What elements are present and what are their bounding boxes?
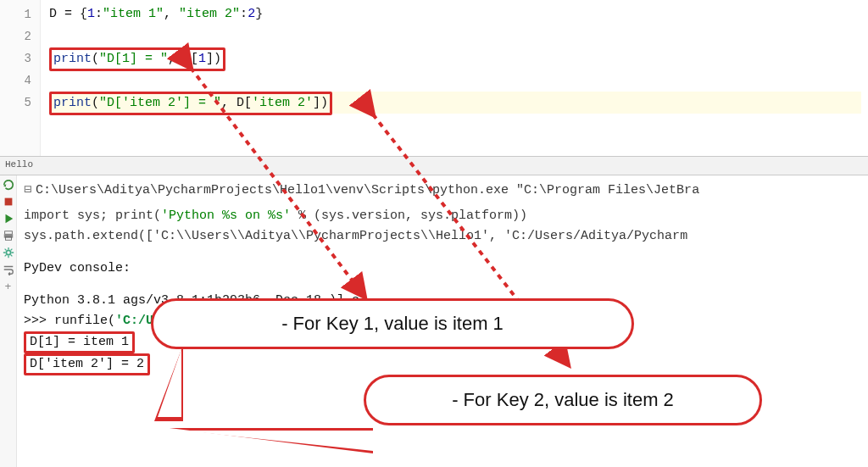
highlight-box: print("D[1] = ", D[1]) [49,47,225,71]
highlight-box: print("D['item 2'] = ", D['item 2']) [49,92,332,115]
play-icon[interactable] [3,213,14,225]
code-token: 2 [248,7,255,21]
code-token: print [53,96,92,110]
expand-icon[interactable]: ⊟ [24,181,36,201]
annotation-tail [158,349,181,417]
code-token: 1 [198,52,206,66]
console-toolbar: + [0,175,17,467]
code-area[interactable]: D = {1:"item 1", "item 2":2}print("D[1] … [41,0,868,156]
code-token: , D[ [221,96,252,110]
console-tab[interactable]: Hello [5,159,33,170]
line-gutter: 1 2 3 4 5 [0,0,41,156]
wrap-icon[interactable] [3,264,14,275]
console-line: import sys; print('Python %s on %s' % (s… [24,206,863,226]
code-token: 'item 2' [252,96,313,110]
code-token: "D['item 2'] = " [99,96,221,110]
code-line[interactable]: D = {1:"item 1", "item 2":2} [49,3,861,25]
code-token: = { [64,7,87,21]
settings-icon[interactable] [3,247,14,259]
code-token: print [53,52,92,66]
code-line[interactable] [49,69,861,92]
code-token: ( [92,96,99,110]
output-ditem2: D['item 2'] = 2 [24,353,150,375]
line-number: 4 [0,69,31,92]
code-token: D [49,7,64,21]
output-d1: D[1] = item 1 [24,331,135,353]
code-editor[interactable]: 1 2 3 4 5 D = {1:"item 1", "item 2":2}pr… [0,0,868,157]
code-token: , D[ [168,52,198,66]
line-number: 2 [0,25,31,47]
code-line[interactable] [49,25,861,47]
add-icon[interactable]: + [5,281,12,293]
stop-icon[interactable] [3,196,14,208]
print-icon[interactable] [3,230,14,242]
rerun-icon[interactable] [3,179,14,191]
annotation-bubble-1: - For Key 1, value is item 1 [151,298,634,349]
line-number: 3 [0,47,31,69]
code-token: : [95,7,103,21]
code-token: "item 2" [179,7,240,21]
code-token: ]) [206,52,221,66]
code-line[interactable]: print("D[1] = ", D[1]) [49,47,861,69]
annotation-tail [182,431,373,451]
banner-line: C:\Users\Aditya\PycharmProjects\Hello1\v… [36,183,699,197]
code-token: "D[1] = " [99,52,168,66]
code-token: } [255,7,263,21]
code-token: 1 [87,7,95,21]
line-number: 5 [0,92,31,114]
code-token: , [164,7,179,21]
console-tab-bar: Hello [0,157,868,175]
code-token: "item 1" [103,7,164,21]
code-line[interactable]: print("D['item 2'] = ", D['item 2']) [49,92,861,114]
console-line: PyDev console: [24,259,863,279]
code-token: ]) [313,96,328,110]
annotation-bubble-2: - For Key 2, value is item 2 [364,375,762,425]
line-number: 1 [0,3,31,25]
svg-rect-0 [4,198,12,206]
code-token: ( [92,52,99,66]
console-line: sys.path.extend(['C:\\Users\\Aditya\\Pyc… [24,226,863,247]
svg-point-4 [6,250,10,254]
code-token: : [240,7,248,21]
svg-rect-1 [4,231,12,235]
